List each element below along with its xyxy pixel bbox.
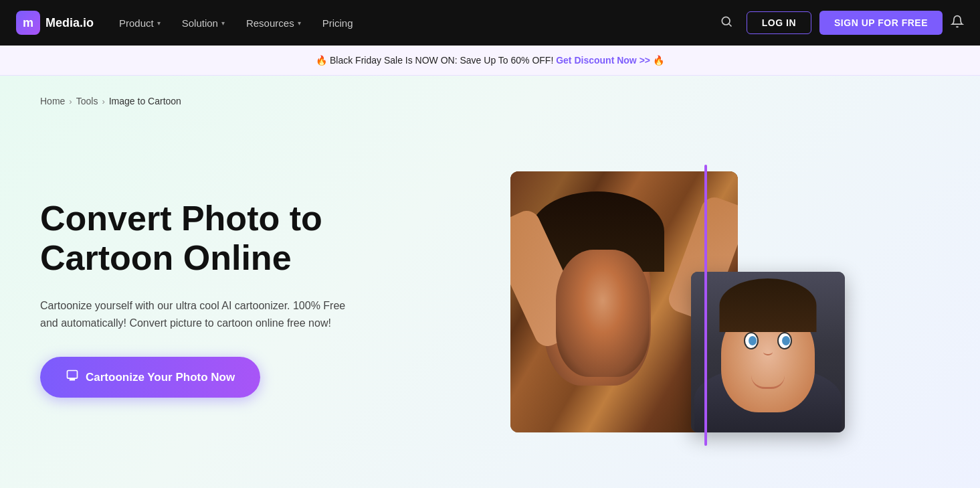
fire-emoji-left: 🔥 (316, 55, 327, 66)
hero-section: Convert Photo to Cartoon Online Cartooni… (40, 133, 940, 463)
hero-left: Convert Photo to Cartoon Online Cartooni… (40, 199, 388, 398)
nav-pricing[interactable]: Pricing (313, 12, 363, 34)
nav-solution[interactable]: Solution ▾ (173, 12, 234, 34)
cartoon-eye-left (744, 332, 759, 349)
cta-label: Cartoonize Your Photo Now (86, 371, 235, 384)
svg-point-0 (722, 17, 730, 25)
breadcrumb-sep-2: › (102, 96, 104, 106)
svg-rect-2 (68, 371, 78, 379)
promo-banner: 🔥 Black Friday Sale Is NOW ON: Save Up T… (0, 46, 980, 76)
banner-text: Black Friday Sale Is NOW ON: Save Up To … (330, 55, 553, 66)
breadcrumb-current: Image to Cartoon (109, 96, 181, 106)
upload-icon (66, 369, 79, 386)
chevron-down-icon: ▾ (157, 19, 161, 27)
main-content: Home › Tools › Image to Cartoon Convert … (0, 76, 980, 488)
logo-icon: m (16, 11, 40, 35)
hero-description: Cartoonize yourself with our ultra cool … (40, 297, 348, 331)
hero-right (415, 158, 940, 439)
demo-image-container (510, 165, 845, 432)
logo-text: Media.io (45, 16, 94, 30)
banner-cta-link[interactable]: Get Discount Now >> (556, 55, 650, 66)
breadcrumb: Home › Tools › Image to Cartoon (40, 96, 940, 106)
notification-bell[interactable] (951, 15, 964, 31)
breadcrumb-tools[interactable]: Tools (76, 96, 98, 106)
breadcrumb-home[interactable]: Home (40, 96, 65, 106)
cartoon-inner (691, 272, 845, 432)
breadcrumb-sep-1: › (69, 96, 72, 106)
search-button[interactable] (714, 9, 739, 37)
comparison-divider (704, 165, 707, 446)
cartoon-eye-right (777, 332, 792, 349)
login-button[interactable]: LOG IN (747, 11, 811, 34)
svg-rect-3 (70, 379, 75, 381)
navbar: m Media.io Product ▾ Solution ▾ Resource… (0, 0, 980, 46)
search-icon (720, 16, 733, 31)
cartoon-mouth (751, 376, 785, 389)
nav-resources[interactable]: Resources ▾ (237, 12, 310, 34)
fire-emoji-right: 🔥 (653, 55, 664, 66)
svg-line-1 (729, 23, 732, 26)
signup-button[interactable]: SIGN UP FOR FREE (819, 11, 943, 35)
chevron-down-icon: ▾ (298, 19, 301, 27)
nav-right: LOG IN SIGN UP FOR FREE (714, 9, 964, 37)
logo[interactable]: m Media.io (16, 11, 94, 35)
nav-items: Product ▾ Solution ▾ Resources ▾ Pricing (110, 12, 709, 34)
cartoon-photo (691, 272, 845, 432)
nav-product[interactable]: Product ▾ (110, 12, 170, 34)
chevron-down-icon: ▾ (221, 19, 225, 27)
cartoon-eyes (744, 332, 792, 349)
cartoonize-cta-button[interactable]: Cartoonize Your Photo Now (40, 357, 260, 398)
hero-title: Convert Photo to Cartoon Online (40, 199, 388, 279)
